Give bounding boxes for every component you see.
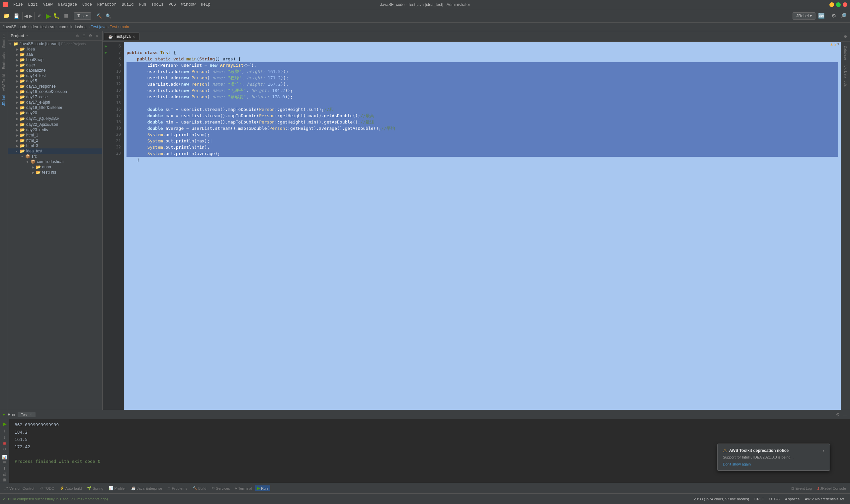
- breadcrumb-test-class[interactable]: Test: [110, 24, 117, 29]
- tree-html3[interactable]: ▶ 📂 html_3: [8, 143, 102, 148]
- tree-idea-test[interactable]: ▾ 📂 idea_test: [8, 148, 102, 154]
- btm-spring[interactable]: 🌱 Spring: [84, 485, 106, 491]
- menu-refactor[interactable]: Refactor: [95, 2, 119, 7]
- tree-day19[interactable]: ▶ 📂 day19_filter&listener: [8, 105, 102, 110]
- minimize-button[interactable]: [829, 2, 834, 7]
- structure-tab-btn[interactable]: Structure: [1, 33, 6, 50]
- toolbar-project-btn[interactable]: 📁: [2, 12, 11, 20]
- btm-profiler[interactable]: 📊 Profiler: [106, 485, 128, 491]
- tree-day15[interactable]: ▶ 📂 day15: [8, 78, 102, 84]
- toolbar-translate-btn[interactable]: 🔤: [817, 12, 826, 20]
- toolbar-search-everywhere-btn[interactable]: 🔎: [839, 12, 848, 20]
- menu-build[interactable]: Build: [119, 2, 136, 7]
- cursor-position[interactable]: 20:33 (1574 chars, 57 line breaks): [693, 497, 749, 501]
- run-line-6-icon[interactable]: ▶: [105, 44, 107, 49]
- tree-src[interactable]: ▾ 📦 src: [8, 154, 102, 159]
- tree-daier[interactable]: ▶ 📂 daier: [8, 62, 102, 68]
- bookmarks-tab-btn[interactable]: Bookmarks: [1, 51, 6, 71]
- run-config-selector[interactable]: Test▾: [74, 12, 91, 20]
- btm-run[interactable]: ▶ Run: [255, 485, 270, 491]
- menu-view[interactable]: View: [40, 2, 55, 7]
- editor-tab-testjava[interactable]: ☕ Test.java ✕: [104, 33, 140, 40]
- breadcrumb-idea-test[interactable]: idea_test: [31, 24, 47, 29]
- code-editor[interactable]: public class Test { public static void m…: [124, 42, 841, 410]
- breadcrumb-liudashuai[interactable]: liudashuai: [69, 24, 87, 29]
- project-collapse-btn[interactable]: ⊟: [82, 33, 87, 38]
- tree-anno[interactable]: ▶ 📂 anno: [8, 164, 102, 170]
- file-charset[interactable]: UTF-8: [769, 497, 780, 501]
- btm-todo[interactable]: ☑ TODO: [37, 485, 57, 491]
- menu-vcs[interactable]: VCS: [166, 2, 179, 7]
- line-ending[interactable]: CRLF: [754, 497, 764, 501]
- menu-help[interactable]: Help: [198, 2, 213, 7]
- tree-com-pkg[interactable]: ▾ 📦 com.liudashuai: [8, 159, 102, 164]
- indent-setting[interactable]: 4 spaces: [785, 497, 799, 501]
- tree-testthis[interactable]: ▶ 📂 testThis: [8, 170, 102, 175]
- aws-status[interactable]: AWS: No credentials set...: [805, 497, 847, 501]
- menu-file[interactable]: File: [11, 2, 25, 7]
- menu-edit[interactable]: Edit: [25, 2, 40, 7]
- close-button[interactable]: [843, 2, 847, 7]
- run-up-btn[interactable]: ↑: [3, 428, 6, 433]
- btm-version-control[interactable]: ⎇ Version Control: [1, 485, 37, 491]
- menu-window[interactable]: Window: [179, 2, 198, 7]
- run-dump-btn[interactable]: 📊: [2, 455, 7, 460]
- tree-day14[interactable]: ▶ 📂 day14_test: [8, 73, 102, 78]
- toolbar-settings-btn[interactable]: ⚙: [830, 12, 837, 20]
- aws-dont-show-link[interactable]: Don't show again: [723, 462, 751, 466]
- btm-problems[interactable]: ⚠ Problems: [165, 485, 189, 491]
- tree-day22[interactable]: ▶ 📂 day22_Ajax&Json: [8, 122, 102, 127]
- menu-navigate[interactable]: Navigate: [55, 2, 80, 7]
- run-button[interactable]: ▶: [46, 12, 51, 20]
- warning-indicator[interactable]: ▲ 2 ▾: [830, 42, 839, 46]
- run-down-btn[interactable]: ↓: [3, 434, 6, 439]
- toolbar-back-btn[interactable]: ◀: [24, 13, 28, 19]
- tree-day17case[interactable]: ▶ 📂 day17_case: [8, 94, 102, 100]
- tree-day16[interactable]: ▶ 📂 day16_cookie&cession: [8, 89, 102, 94]
- btm-auto-build[interactable]: ⚡ Auto-build: [57, 485, 85, 491]
- project-settings-btn[interactable]: ⚙: [88, 33, 93, 38]
- jrebel-tab-btn[interactable]: JRebel: [1, 93, 6, 108]
- code-area[interactable]: ▶ ▶ 678910111213141: [103, 42, 850, 410]
- run-settings-btn[interactable]: ⚙: [836, 412, 840, 417]
- tree-bootstrap[interactable]: ▶ 📂 bootStrap: [8, 57, 102, 62]
- run-filter-btn[interactable]: ☰: [3, 461, 6, 465]
- jrebel-selector[interactable]: JRebel ▾: [793, 12, 815, 20]
- breadcrumb-root[interactable]: JavaSE_code: [3, 24, 27, 29]
- tree-root[interactable]: ▾ 📁 JavaSE_code [stream] E:\IdeaProjects: [8, 41, 102, 47]
- menu-run[interactable]: Run: [136, 2, 149, 7]
- btm-jrebel-console[interactable]: J JRebel Console: [814, 486, 849, 491]
- btm-java-enterprise[interactable]: ☕ Java Enterprise: [128, 485, 165, 491]
- run-print-btn[interactable]: 🖨: [3, 472, 7, 476]
- tree-day21[interactable]: ▶ 📂 day21_jQuery高级: [8, 115, 102, 122]
- tree-day15resp[interactable]: ▶ 📂 day15_response: [8, 84, 102, 89]
- breadcrumb-com[interactable]: com: [59, 24, 67, 29]
- tree-html1[interactable]: ▶ 📂 html_1: [8, 132, 102, 138]
- run-scroll-btn[interactable]: ⬇: [3, 466, 6, 471]
- run-stop-btn[interactable]: ■: [3, 440, 6, 446]
- maximize-button[interactable]: [836, 2, 841, 7]
- toolbar-revert-btn[interactable]: ↺: [36, 13, 42, 19]
- breadcrumb-main[interactable]: main: [121, 24, 129, 29]
- tab-close-icon[interactable]: ✕: [132, 35, 135, 38]
- aws-tab-btn[interactable]: AWS Toolkit: [1, 71, 6, 93]
- toolbar-save-btn[interactable]: 💾: [12, 13, 21, 19]
- tree-daolianzhe[interactable]: ▶ 📂 daolianzhe: [8, 68, 102, 73]
- tree-day23[interactable]: ▶ 📂 day23_redis: [8, 127, 102, 132]
- toolbar-forward-btn[interactable]: ▶: [29, 13, 33, 19]
- tree-aaa[interactable]: ▶ 📂 aaa: [8, 52, 102, 57]
- run-line-7-icon[interactable]: ▶: [105, 50, 107, 55]
- run-tab[interactable]: Test ✕: [18, 412, 36, 417]
- menu-code[interactable]: Code: [80, 2, 95, 7]
- breadcrumb-src[interactable]: src: [50, 24, 55, 29]
- database-tab-btn[interactable]: Database: [843, 43, 849, 63]
- run-minimize-btn[interactable]: —: [843, 412, 847, 417]
- expand-warning-icon[interactable]: ▾: [837, 42, 839, 46]
- toolbar-search-btn[interactable]: 🔍: [104, 13, 112, 19]
- btm-event-log[interactable]: 🗒 Event Log: [788, 486, 815, 491]
- run-restart-btn[interactable]: ↺: [3, 447, 6, 452]
- tree-html2[interactable]: ▶ 📂 html_2: [8, 138, 102, 143]
- tree-day17el[interactable]: ▶ 📂 day17_el&jstl: [8, 100, 102, 105]
- stop-run-button[interactable]: ⏹: [62, 12, 70, 20]
- run-play-btn[interactable]: ▶: [3, 421, 7, 427]
